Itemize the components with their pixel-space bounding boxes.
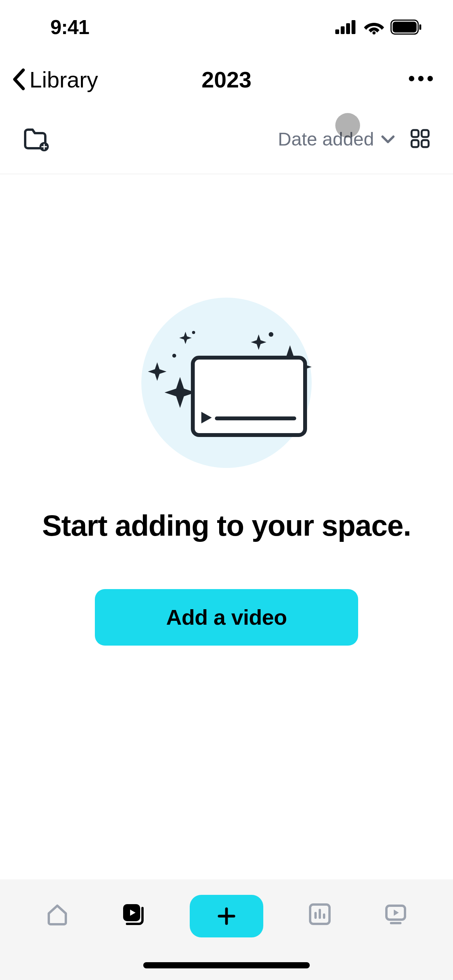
svg-point-8	[409, 76, 414, 81]
touch-indicator	[335, 113, 360, 138]
tab-analytics[interactable]	[300, 895, 339, 934]
empty-illustration	[110, 288, 343, 481]
svg-point-10	[427, 76, 433, 81]
view-grid-button[interactable]	[410, 129, 430, 150]
tab-library[interactable]	[114, 895, 153, 934]
svg-rect-15	[422, 130, 429, 137]
grid-icon	[410, 129, 430, 148]
svg-point-20	[192, 331, 195, 334]
add-video-button[interactable]: Add a video	[95, 589, 358, 646]
nav-bar: Library 2023	[0, 54, 453, 105]
empty-state: Start adding to your space. Add a video	[0, 174, 453, 879]
add-video-label: Add a video	[166, 605, 287, 630]
svg-rect-1	[341, 26, 345, 34]
chevron-down-icon	[381, 135, 395, 144]
toolbar: Date added	[0, 105, 453, 174]
home-icon	[45, 902, 70, 927]
watch-icon	[383, 902, 408, 927]
svg-rect-3	[352, 20, 355, 34]
home-indicator[interactable]	[143, 962, 310, 968]
more-button[interactable]	[408, 75, 434, 84]
analytics-icon	[308, 902, 332, 926]
library-icon	[120, 901, 146, 927]
status-indicators	[335, 19, 422, 35]
new-folder-button[interactable]	[23, 127, 50, 151]
cellular-icon	[335, 20, 358, 34]
svg-point-9	[418, 76, 424, 81]
ellipsis-icon	[408, 75, 434, 82]
sort-dropdown[interactable]: Date added	[278, 128, 395, 150]
status-bar: 9:41	[0, 0, 453, 54]
svg-rect-7	[419, 24, 421, 30]
wifi-icon	[364, 20, 384, 34]
svg-rect-17	[422, 140, 429, 147]
svg-rect-6	[393, 22, 417, 33]
tab-watch[interactable]	[376, 895, 415, 934]
svg-point-4	[372, 31, 376, 34]
tab-home[interactable]	[38, 895, 77, 934]
svg-rect-2	[346, 23, 350, 34]
svg-point-21	[269, 332, 273, 337]
chevron-left-icon	[12, 68, 26, 91]
svg-rect-14	[412, 130, 419, 137]
plus-icon	[217, 906, 236, 926]
folder-plus-icon	[23, 127, 50, 151]
battery-icon	[390, 19, 422, 35]
status-time: 9:41	[50, 15, 89, 39]
back-button[interactable]: Library	[12, 67, 98, 93]
svg-rect-16	[412, 140, 419, 147]
tab-create[interactable]	[190, 895, 263, 937]
svg-rect-22	[193, 358, 305, 435]
svg-rect-0	[335, 29, 339, 34]
svg-point-19	[172, 354, 176, 358]
sort-label: Date added	[278, 128, 374, 150]
empty-heading: Start adding to your space.	[42, 509, 411, 542]
back-label: Library	[29, 67, 98, 93]
